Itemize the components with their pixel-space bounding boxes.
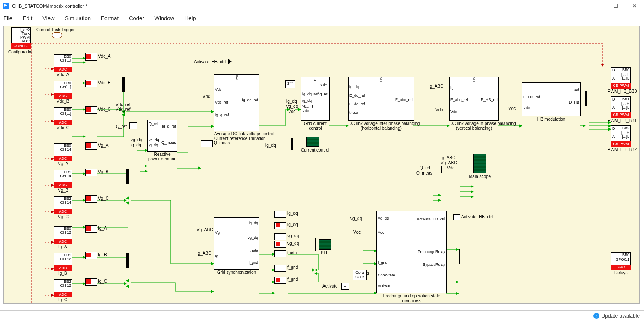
mux-relays[interactable] [459, 249, 460, 264]
from-igdq1: ig_dq [131, 143, 141, 147]
adc-vg-c-name: Vg_C [58, 214, 69, 219]
goto-vg-b[interactable] [85, 169, 97, 176]
from-vdc1: Vdc [203, 94, 210, 99]
close-button[interactable]: ✕ [625, 0, 644, 12]
goto-vgdq2[interactable] [274, 241, 286, 248]
from-vgdq2: vg_dq [286, 104, 298, 109]
minimize-button[interactable]: — [587, 0, 606, 12]
demux-pwm[interactable] [585, 91, 587, 106]
goto-vdc-b[interactable] [85, 80, 97, 87]
core-state-const[interactable]: Core state [353, 270, 367, 280]
avg-dc-voltage-block[interactable]: En Vdc Vdc_ref ig_q_ref ig_dq_ref Averag… [214, 74, 259, 131]
horiz-balancing-block[interactable]: En ig_dq E_dq_ref E_dq_ref theta E_abc_r… [348, 77, 414, 121]
adc-vg-c[interactable]: BB2 CH 14 ADC [54, 196, 72, 214]
goto-fgrid2[interactable] [274, 277, 286, 284]
mux-vdc[interactable] [122, 77, 125, 92]
pwm-bb0[interactable]: D A BB0 [...]H [...]L CB PWM [611, 67, 631, 89]
goto-igdq-lbl: ig_dq [287, 211, 298, 216]
goto-vgdq2-lbl: vg_dq [287, 241, 299, 246]
goto-ig-a[interactable] [85, 225, 97, 233]
control-task-trigger-label: Control Task Trigger [36, 27, 75, 32]
menu-file[interactable]: File [3, 15, 12, 21]
goto-igdq2[interactable] [274, 222, 286, 229]
adc-vg-a-name: Vg_A [58, 161, 68, 166]
goto-fgrid[interactable] [274, 265, 286, 272]
adc-vdc-a[interactable]: BB0 CH[...] ADC [54, 54, 72, 72]
scope-pll[interactable] [319, 239, 331, 250]
update-available[interactable]: Update available [602, 313, 640, 319]
pwm-bb2[interactable]: D A BB2 [...]H [...]L CB PWM [611, 125, 631, 147]
adc-ig-a[interactable]: BB0 CH 12 ADC [54, 226, 72, 244]
pwm-bb2-name: PWM_HB_BB2 [608, 147, 637, 152]
grid-current-control-block[interactable]: ⊓ ig_dq_ref ig_dq vg_dq Vdc sat+- E_dq_r… [301, 77, 330, 121]
goto-theta[interactable] [274, 250, 286, 257]
mux-pll[interactable] [315, 238, 316, 251]
menu-edit[interactable]: Edit [23, 15, 32, 21]
adc-vg-b[interactable]: BB1 CH 14 ADC [54, 170, 72, 188]
gpo-relays[interactable]: BB0 GPO0:1 GPO [611, 252, 631, 270]
grid-sync-block[interactable]: Vg Ig ig_dq vg_dq theta f_grid Grid sync… [214, 217, 259, 270]
title-bar: CHB_STATCOM/Imperix controller * — ☐ ✕ [0, 0, 644, 12]
ms-qmeas: Q_meas [416, 171, 432, 175]
pwm-bb1[interactable]: D A BB1 [...]H [...]L CB PWM [611, 96, 631, 118]
goto-vg-b-lbl: Vg_B [98, 169, 108, 174]
goto-vg-a[interactable] [85, 142, 97, 150]
adc-ig-b[interactable]: BB1 CH 12 ADC [54, 253, 72, 271]
menu-window[interactable]: Window [155, 15, 174, 21]
goto-igdq[interactable] [274, 211, 286, 218]
mux-curctrl[interactable] [291, 138, 293, 150]
menu-view[interactable]: View [42, 15, 54, 21]
step-qref[interactable]: ⌐ [129, 122, 137, 129]
goto-qmeas-lbl: Q_meas [214, 140, 230, 145]
adc-ig-c[interactable]: BB2 CH 12 ADC [54, 279, 72, 297]
activate-lbl: Activate [322, 284, 338, 288]
pll-lbl: PLL [321, 250, 328, 255]
adc-vdc-c[interactable]: BB0 CH[...] ADC [54, 107, 72, 125]
info-icon: i [593, 313, 599, 319]
mux-q[interactable] [441, 166, 442, 173]
adc-ig-c-name: Ig_C [58, 297, 67, 302]
from-vdc2: Vdc [288, 109, 295, 114]
scope-current-control[interactable] [306, 137, 319, 147]
core-s: s [367, 271, 369, 276]
trigger-block[interactable] [52, 32, 62, 38]
goto-vdc-a[interactable] [85, 53, 97, 61]
from-igdq-scope: ig_dq [265, 143, 276, 148]
goto-vdc-c-lbl: Vdc_C [98, 107, 111, 112]
goto-act-hb-lbl: Activate_HB_ctrl [461, 214, 493, 219]
maximize-button[interactable]: ☐ [606, 0, 625, 12]
from-activate-hb-port[interactable] [228, 59, 232, 64]
adc-vdc-c-name: Vdc_C [57, 125, 69, 130]
config-block[interactable]: f_clk0 Task PWM ADC CONFIG [11, 27, 31, 49]
step-activate[interactable]: ⌐ [341, 283, 349, 290]
vert-balancing-block[interactable]: En Ig E_abc_ref Vdc E_HB_ref DC-link vol… [449, 77, 499, 121]
from-vgabc-gs: Vg_ABC [197, 227, 213, 232]
goto-activate-hb[interactable] [453, 214, 460, 220]
goto-qmeas[interactable] [201, 140, 213, 147]
from-igabc-vb: Ig_ABC [429, 84, 443, 89]
menu-format[interactable]: Format [101, 15, 119, 21]
goto-ig-b[interactable] [85, 252, 97, 259]
hb-modulation-block[interactable]: ⊓ E_HB_ref Vdc sat D_HB HB modulation [522, 82, 581, 116]
scope-cc-lbl: Current control [301, 148, 329, 152]
goto-vgdq[interactable] [274, 233, 286, 240]
mux-vg[interactable] [126, 169, 129, 184]
from-activate-hb: Activate_HB_ctrl [194, 59, 226, 64]
state-machine-block[interactable]: Vg_dq Vdc f_grid CoreState Activate Acti… [376, 211, 447, 293]
unit-delay[interactable]: z⁻¹ [285, 80, 295, 88]
from-vdc-vb: Vdc [435, 107, 443, 112]
ms-igabc: Ig_ABC [441, 155, 455, 160]
schematic-canvas[interactable]: Control Task Trigger f_clk0 Task PWM ADC… [3, 26, 640, 304]
goto-vg-c[interactable] [85, 195, 97, 203]
goto-ig-c-lbl: Ig_C [98, 279, 107, 284]
menu-help[interactable]: Help [185, 15, 196, 21]
menu-coder[interactable]: Coder [129, 15, 144, 21]
reactive-power-block[interactable]: Q_ref vg_dq ig_dq ig_q_ref Q_meas Reacti… [147, 120, 177, 152]
mux-ig[interactable] [126, 253, 129, 268]
goto-ig-c[interactable] [85, 278, 97, 286]
menu-sim[interactable]: Simulation [65, 15, 91, 21]
adc-vg-a[interactable]: BB0 CH 14 ADC [54, 143, 72, 161]
goto-vdc-c[interactable] [85, 106, 97, 114]
main-scope[interactable] [473, 154, 486, 173]
adc-vdc-b[interactable]: BB0 CH[...] ADC [54, 81, 72, 99]
